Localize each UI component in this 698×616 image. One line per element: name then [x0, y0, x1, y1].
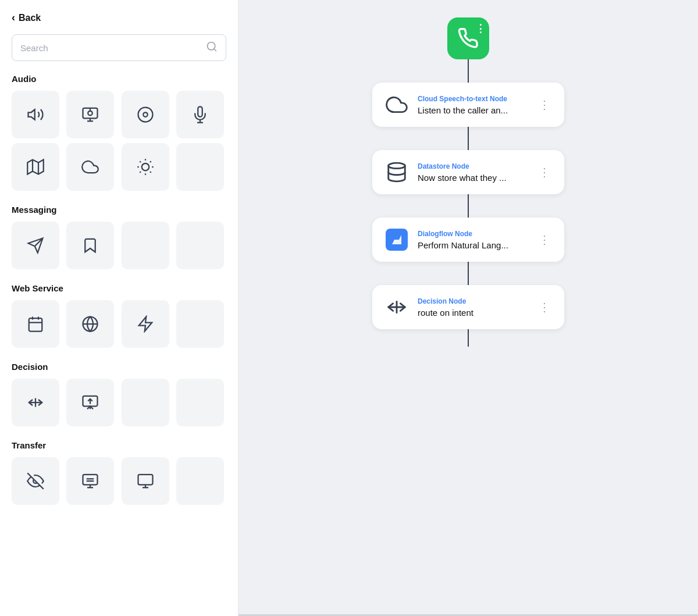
- cloud-speech-desc: Listen to the caller an...: [418, 105, 528, 115]
- flow-node-cloud-speech[interactable]: Cloud Speech-to-text Node Listen to the …: [372, 83, 564, 127]
- svg-rect-26: [29, 318, 42, 332]
- transfer-transfer2-cell[interactable]: [66, 457, 114, 505]
- svg-line-22: [140, 172, 141, 173]
- dialogflow-type: Dialogflow Node: [418, 230, 528, 238]
- svg-point-8: [138, 108, 152, 122]
- svg-marker-12: [27, 160, 44, 175]
- category-decision: Decision: [12, 362, 226, 426]
- datastore-desc: Now store what they ...: [418, 173, 528, 183]
- svg-line-1: [214, 49, 216, 51]
- back-button[interactable]: ‹ Back: [12, 12, 41, 24]
- decision-type: Decision Node: [418, 297, 528, 305]
- cloud-speech-menu[interactable]: ⋮: [536, 95, 553, 114]
- flow-node-decision[interactable]: Decision Node route on intent ⋮: [372, 285, 564, 329]
- decision-empty1: [122, 379, 169, 426]
- webservice-empty: [176, 300, 224, 348]
- svg-rect-39: [83, 475, 98, 485]
- icon-grid-transfer: [12, 457, 226, 505]
- svg-point-6: [88, 111, 93, 116]
- sidebar: ‹ Back Audio: [0, 0, 238, 616]
- audio-sun-cell[interactable]: [122, 143, 169, 191]
- decision-empty2: [176, 379, 224, 426]
- category-label-messaging: Messaging: [12, 205, 226, 215]
- connector-0: [468, 59, 469, 83]
- category-webservice: Web Service: [12, 283, 226, 348]
- start-node[interactable]: ⋮: [447, 17, 489, 59]
- connector-3: [468, 262, 469, 285]
- flow-node-datastore[interactable]: Datastore Node Now store what they ... ⋮: [372, 150, 564, 194]
- connector-1: [468, 127, 469, 150]
- dialogflow-content: Dialogflow Node Perform Natural Lang...: [418, 230, 528, 250]
- svg-point-15: [141, 163, 149, 171]
- messaging-empty2: [176, 222, 224, 269]
- back-label: Back: [19, 13, 41, 23]
- decision-content: Decision Node route on intent: [418, 297, 528, 318]
- category-label-transfer: Transfer: [12, 440, 226, 450]
- messaging-empty1: [122, 222, 169, 269]
- audio-map-cell[interactable]: [12, 143, 59, 191]
- connector-2: [468, 194, 469, 218]
- search-icon: [206, 41, 218, 55]
- category-audio: Audio: [12, 74, 226, 191]
- icon-grid-audio: [12, 91, 226, 191]
- dialogflow-menu[interactable]: ⋮: [536, 230, 553, 249]
- dialogflow-desc: Perform Natural Lang...: [418, 240, 528, 250]
- category-label-audio: Audio: [12, 74, 226, 84]
- decision-monitor-cell[interactable]: [66, 379, 114, 426]
- svg-point-9: [143, 112, 148, 117]
- transfer-screen-cell[interactable]: [122, 457, 169, 505]
- flow-container: ⋮ Cloud Speech-to-text Node Listen to th…: [372, 17, 564, 347]
- audio-record-cell[interactable]: [122, 91, 169, 138]
- icon-grid-webservice: [12, 300, 226, 348]
- icon-grid-decision: [12, 379, 226, 426]
- icon-grid-messaging: [12, 222, 226, 269]
- decision-desc: route on intent: [418, 308, 528, 318]
- audio-settings-cell[interactable]: [66, 91, 114, 138]
- category-label-webservice: Web Service: [12, 283, 226, 293]
- cloud-speech-icon: [384, 92, 409, 117]
- connector-4: [468, 329, 469, 347]
- cloud-speech-content: Cloud Speech-to-text Node Listen to the …: [418, 95, 528, 115]
- svg-line-19: [149, 172, 151, 173]
- svg-line-23: [149, 161, 151, 162]
- decision-split-cell[interactable]: [12, 379, 59, 426]
- audio-microphone-cell[interactable]: [176, 91, 224, 138]
- flow-node-dialogflow[interactable]: Dialogflow Node Perform Natural Lang... …: [372, 218, 564, 262]
- transfer-eye-off-cell[interactable]: [12, 457, 59, 505]
- category-label-decision: Decision: [12, 362, 226, 372]
- webservice-calendar-cell[interactable]: [12, 300, 59, 348]
- search-box: [12, 34, 226, 61]
- cloud-speech-type: Cloud Speech-to-text Node: [418, 95, 528, 103]
- back-chevron-icon: ‹: [12, 12, 15, 24]
- svg-rect-44: [138, 475, 152, 485]
- datastore-menu[interactable]: ⋮: [536, 163, 553, 181]
- datastore-type: Datastore Node: [418, 162, 528, 170]
- datastore-icon: [384, 159, 409, 185]
- svg-line-18: [140, 161, 141, 162]
- flow-canvas: ⋮ Cloud Speech-to-text Node Listen to th…: [238, 0, 698, 616]
- svg-marker-32: [138, 317, 152, 332]
- svg-point-47: [389, 163, 405, 169]
- search-input[interactable]: [20, 43, 206, 53]
- webservice-bolt-cell[interactable]: [122, 300, 169, 348]
- decision-menu[interactable]: ⋮: [536, 298, 553, 316]
- datastore-content: Datastore Node Now store what they ...: [418, 162, 528, 183]
- dialogflow-icon: [384, 227, 409, 252]
- transfer-empty: [176, 457, 224, 505]
- messaging-bookmark-cell[interactable]: [66, 222, 114, 269]
- audio-empty-cell: [176, 143, 224, 191]
- messaging-send-cell[interactable]: [12, 222, 59, 269]
- category-messaging: Messaging: [12, 205, 226, 269]
- category-transfer: Transfer: [12, 440, 226, 505]
- audio-volume-cell[interactable]: [12, 91, 59, 138]
- svg-marker-2: [29, 109, 35, 120]
- audio-cloud-cell[interactable]: [66, 143, 114, 191]
- decision-node-icon: [384, 294, 409, 320]
- webservice-globe-cell[interactable]: [66, 300, 114, 348]
